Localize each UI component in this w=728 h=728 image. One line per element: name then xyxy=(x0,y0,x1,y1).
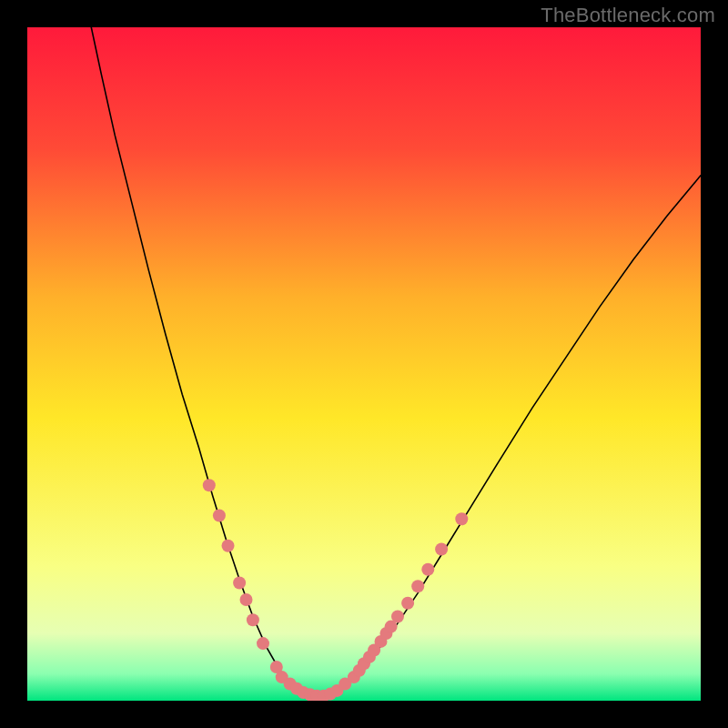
chart-frame: TheBottleneck.com xyxy=(0,0,728,728)
marker-dot xyxy=(222,540,235,552)
marker-dot xyxy=(213,510,226,522)
marker-dot xyxy=(455,512,468,525)
marker-dot xyxy=(391,611,404,623)
marker-dot xyxy=(435,543,448,556)
marker-dot xyxy=(421,563,434,576)
marker-dot xyxy=(233,577,246,590)
gradient-background xyxy=(27,27,701,701)
marker-dot xyxy=(411,580,424,592)
plot-area xyxy=(27,27,701,701)
watermark-text: TheBottleneck.com xyxy=(541,4,715,27)
chart-svg xyxy=(27,27,701,701)
marker-dot xyxy=(257,637,269,650)
marker-dot xyxy=(247,613,259,626)
marker-dot xyxy=(203,479,216,491)
marker-dot xyxy=(401,597,414,610)
marker-dot xyxy=(240,593,253,606)
